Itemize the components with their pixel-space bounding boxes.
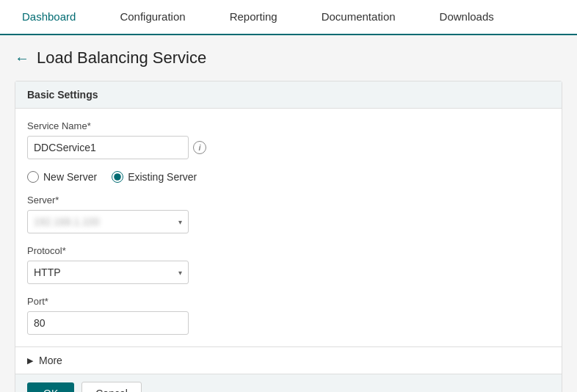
more-section[interactable]: ▶ More xyxy=(15,346,562,374)
more-chevron-icon: ▶ xyxy=(27,356,33,366)
server-group: Server* 192.168.1.100 ▾ xyxy=(27,195,550,233)
top-nav: Dashboard Configuration Reporting Docume… xyxy=(0,0,577,35)
server-value: 192.168.1.100 xyxy=(34,216,100,228)
protocol-chevron-icon: ▾ xyxy=(178,269,182,277)
radio-existing-server[interactable]: Existing Server xyxy=(112,171,197,183)
nav-item-configuration[interactable]: Configuration xyxy=(98,0,207,35)
protocol-label: Protocol* xyxy=(27,245,550,256)
server-type-radio-group: New Server Existing Server xyxy=(27,171,550,183)
server-label: Server* xyxy=(27,195,550,206)
settings-card: Basic Settings Service Name* i New Serve… xyxy=(15,81,562,392)
radio-new-server[interactable]: New Server xyxy=(27,171,97,183)
radio-new-server-input[interactable] xyxy=(27,171,39,183)
nav-item-reporting[interactable]: Reporting xyxy=(208,0,300,35)
server-dropdown[interactable]: 192.168.1.100 ▾ xyxy=(27,210,189,233)
card-header: Basic Settings xyxy=(15,81,562,109)
protocol-value: HTTP xyxy=(34,266,61,278)
radio-existing-server-input[interactable] xyxy=(112,171,123,183)
server-chevron-icon: ▾ xyxy=(178,218,182,226)
card-footer: OK Cancel xyxy=(15,374,562,392)
port-group: Port* xyxy=(27,296,550,335)
cancel-button[interactable]: Cancel xyxy=(81,382,142,392)
service-name-group: Service Name* i xyxy=(27,120,550,159)
port-input[interactable] xyxy=(27,311,189,335)
ok-button[interactable]: OK xyxy=(27,382,74,392)
info-icon[interactable]: i xyxy=(193,141,206,154)
nav-item-documentation[interactable]: Documentation xyxy=(300,0,418,35)
service-name-input[interactable] xyxy=(27,136,189,159)
back-button[interactable]: ← xyxy=(15,50,29,67)
page-title: Load Balancing Service xyxy=(37,48,206,68)
card-body: Service Name* i New Server Existing Serv… xyxy=(15,109,562,335)
port-label: Port* xyxy=(27,296,550,307)
page-header: ← Load Balancing Service xyxy=(15,48,562,68)
page-content: ← Load Balancing Service Basic Settings … xyxy=(0,35,577,392)
protocol-group: Protocol* HTTP ▾ xyxy=(27,245,550,284)
radio-new-server-label: New Server xyxy=(43,171,97,183)
radio-existing-server-label: Existing Server xyxy=(128,171,197,183)
nav-item-dashboard[interactable]: Dashboard xyxy=(0,0,98,35)
more-label: More xyxy=(39,355,62,366)
service-name-label: Service Name* xyxy=(27,120,550,131)
nav-item-downloads[interactable]: Downloads xyxy=(418,0,516,35)
protocol-dropdown[interactable]: HTTP ▾ xyxy=(27,261,189,284)
